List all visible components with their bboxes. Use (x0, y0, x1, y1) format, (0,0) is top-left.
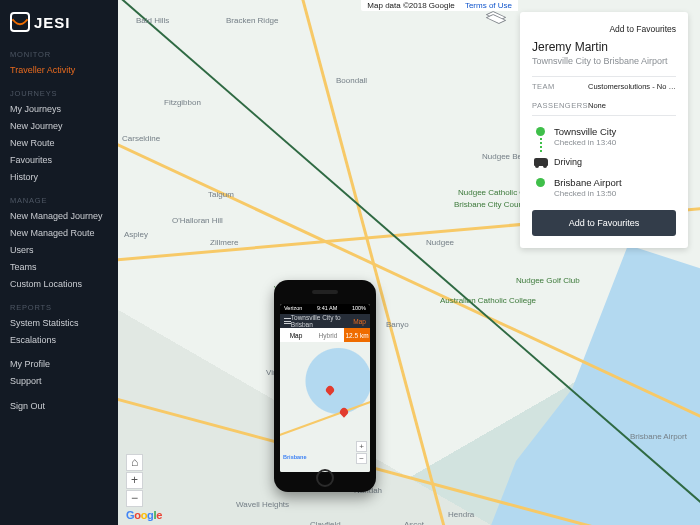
destination-title: Brisbane Airport (554, 177, 676, 188)
sidebar-item-favourites[interactable]: Favourites (10, 155, 108, 165)
trip-meta-value: None (588, 101, 676, 110)
phone-zoom-out-button[interactable]: − (356, 453, 367, 464)
phone-header: Townsville City to Brisban Map (280, 314, 370, 328)
map-label: Hendra (448, 510, 474, 519)
phone-distance-button[interactable]: 12.5 km (344, 328, 370, 342)
sidebar-group-footer: My Profile Support Sign Out (10, 359, 108, 411)
map-zoom-out-button[interactable]: − (126, 490, 143, 507)
traveller-name: Jeremy Martin (532, 40, 676, 54)
destination-meta: Checked in 13:50 (554, 189, 676, 198)
sidebar-group-monitor: MONITOR Traveller Activity (10, 50, 108, 75)
sidebar-group-journeys: JOURNEYS My Journeys New Journey New Rou… (10, 89, 108, 182)
phone-map-road (280, 388, 370, 438)
map-label: Bald Hills (136, 16, 169, 25)
route-dash-icon (540, 138, 542, 152)
itinerary-mode: Driving (534, 157, 676, 167)
sidebar-item-escalations[interactable]: Escalations (10, 335, 108, 345)
map-label: O'Halloran Hill (172, 216, 223, 225)
sidebar-item-users[interactable]: Users (10, 245, 108, 255)
trip-meta-key: PASSENGERS (532, 101, 588, 110)
add-to-favourites-button[interactable]: Add to Favourites (532, 210, 676, 236)
map-pin-origin-icon[interactable] (324, 384, 335, 395)
brand-name: JESI (34, 14, 71, 31)
map-label: Taigum (208, 190, 234, 199)
map-poi: Australian Catholic College (440, 296, 536, 305)
sidebar: JESI MONITOR Traveller Activity JOURNEYS… (0, 0, 118, 525)
sidebar-item-new-journey[interactable]: New Journey (10, 121, 108, 131)
phone-status-bar: Verizon 9:41 AM 100% (280, 304, 370, 314)
map-terms-link[interactable]: Terms of Use (465, 1, 512, 10)
trip-meta-row: TEAM Customersolutions - No … (532, 77, 676, 96)
map-zoom-in-button[interactable]: + (126, 472, 143, 489)
map-label: Nudgee (426, 238, 454, 247)
car-icon (534, 158, 548, 166)
trip-meta-key: TEAM (532, 82, 588, 91)
sidebar-head: MANAGE (10, 196, 108, 205)
sidebar-item-system-statistics[interactable]: System Statistics (10, 318, 108, 328)
destination-dot-icon (536, 178, 545, 187)
phone-tab-map[interactable]: Map (280, 328, 312, 342)
hamburger-icon[interactable] (284, 318, 291, 324)
phone-zoom-in-button[interactable]: + (356, 441, 367, 452)
trip-card: Add to Favourites Jeremy Martin Townsvil… (520, 12, 688, 248)
phone-tabs: Map Hybrid 12.5 km (280, 328, 370, 342)
origin-title: Townsville City (554, 126, 676, 137)
map-label: Brisbane Airport (630, 432, 687, 441)
map-attribution-text: Map data ©2018 Google (367, 1, 454, 10)
itinerary-destination: Brisbane Airport Checked in 13:50 (554, 177, 676, 198)
map-label: Aspley (124, 230, 148, 239)
origin-meta: Checked in 13:40 (554, 138, 676, 147)
brand-logo-icon (10, 12, 30, 32)
mode-label: Driving (554, 157, 582, 167)
map-label: Wavell Heights (236, 500, 289, 509)
phone-battery: 100% (352, 305, 366, 313)
sidebar-group-reports: REPORTS System Statistics Escalations (10, 303, 108, 345)
map-recenter-button[interactable]: ⌂ (126, 454, 143, 471)
trip-itinerary: Townsville City Checked in 13:40 Driving… (532, 126, 676, 198)
map-attribution: Map data ©2018 Google Terms of Use (361, 0, 518, 11)
sidebar-item-sign-out[interactable]: Sign Out (10, 401, 108, 411)
brand-logo[interactable]: JESI (10, 12, 108, 32)
phone-carrier: Verizon (284, 305, 302, 313)
trip-subtitle: Townsville City to Brisbane Airport (532, 56, 676, 66)
phone-time: 9:41 AM (317, 305, 337, 313)
sidebar-item-my-profile[interactable]: My Profile (10, 359, 108, 369)
map-layers-button[interactable] (486, 12, 504, 26)
sidebar-head: MONITOR (10, 50, 108, 59)
map-label: Carseldine (122, 134, 160, 143)
sidebar-head: JOURNEYS (10, 89, 108, 98)
origin-dot-icon (536, 127, 545, 136)
sidebar-item-my-journeys[interactable]: My Journeys (10, 104, 108, 114)
phone-map-brand: Brisbane (283, 454, 307, 460)
map-label: Banyo (386, 320, 409, 329)
sidebar-head: REPORTS (10, 303, 108, 312)
sidebar-group-manage: MANAGE New Managed Journey New Managed R… (10, 196, 108, 289)
phone-tab-hybrid[interactable]: Hybrid (312, 328, 344, 342)
map-label: Clayfield (310, 520, 341, 525)
sidebar-item-teams[interactable]: Teams (10, 262, 108, 272)
sidebar-item-support[interactable]: Support (10, 376, 108, 386)
phone-mockup: Verizon 9:41 AM 100% Townsville City to … (274, 280, 376, 492)
map-water (460, 245, 700, 525)
phone-screen: Verizon 9:41 AM 100% Townsville City to … (280, 304, 370, 472)
trip-meta-row: PASSENGERS None (532, 96, 676, 115)
sidebar-item-traveller-activity[interactable]: Traveller Activity (10, 65, 108, 75)
map-label: Zillmere (210, 238, 238, 247)
trip-meta-value: Customersolutions - No … (588, 82, 676, 91)
phone-title: Townsville City to Brisban (291, 314, 354, 328)
map-label: Fitzgibbon (164, 98, 201, 107)
map-label: Bracken Ridge (226, 16, 278, 25)
sidebar-item-new-managed-journey[interactable]: New Managed Journey (10, 211, 108, 221)
google-logo: Google (126, 509, 162, 521)
sidebar-item-new-managed-route[interactable]: New Managed Route (10, 228, 108, 238)
sidebar-item-new-route[interactable]: New Route (10, 138, 108, 148)
sidebar-item-history[interactable]: History (10, 172, 108, 182)
phone-map-link[interactable]: Map (353, 318, 366, 325)
phone-map[interactable]: + − Brisbane (280, 342, 370, 472)
map-label: Ascot (404, 520, 424, 525)
itinerary-origin: Townsville City Checked in 13:40 (554, 126, 676, 147)
add-to-favourites-link[interactable]: Add to Favourites (532, 24, 676, 34)
sidebar-item-custom-locations[interactable]: Custom Locations (10, 279, 108, 289)
trip-meta: TEAM Customersolutions - No … PASSENGERS… (532, 76, 676, 116)
map-label: Boondall (336, 76, 367, 85)
